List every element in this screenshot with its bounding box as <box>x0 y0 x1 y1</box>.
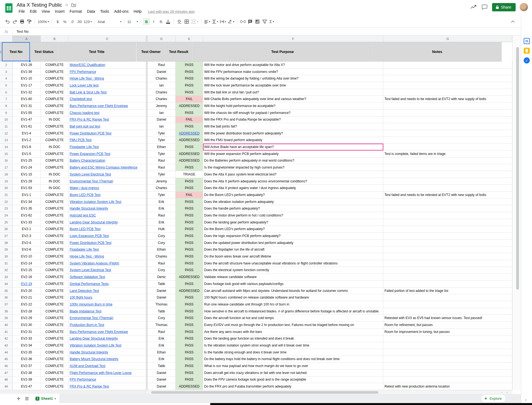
select-all-corner[interactable] <box>0 35 12 42</box>
font-size-select[interactable]: 11▾ <box>126 18 139 25</box>
test-title-link[interactable]: FPV Performance <box>70 70 96 74</box>
cell-test-purpose[interactable]: Will the FRX Pro and Futaba Range be acc… <box>203 116 383 123</box>
cell-test-purpose[interactable]: What is our max payload and how much mar… <box>203 363 383 370</box>
cell-test-owner[interactable]: Hulk <box>148 226 176 233</box>
column-header-a[interactable]: A <box>12 35 41 42</box>
cell-test-result[interactable]: PASS <box>176 328 203 335</box>
cell-test-result[interactable]: FAIL <box>176 96 203 103</box>
cell-test-title[interactable]: Environmental Test (Thermal) <box>69 315 146 322</box>
test-title-link[interactable]: Vibration Isolation System Life Test <box>70 343 121 347</box>
cell-test-status[interactable]: COMPLETE <box>41 205 69 212</box>
redo-icon[interactable] <box>11 18 18 25</box>
cell-test-title[interactable]: FRX Pro & RC Range Test <box>69 116 146 123</box>
decrease-decimal-button[interactable]: .0 <box>69 18 76 25</box>
cell-test-no[interactable]: EV2-33 <box>12 335 41 342</box>
row-number[interactable]: 26 <box>0 226 12 233</box>
cell-test-title[interactable]: FPV Performance <box>69 376 146 383</box>
cell-test-owner[interactable]: Tabb <box>148 308 176 315</box>
comment-history-icon[interactable] <box>481 4 488 11</box>
cell-test-purpose[interactable]: Will the chassis be stiff enough for pay… <box>203 109 383 116</box>
cell-test-owner[interactable]: Charles <box>148 253 176 260</box>
test-title-link[interactable]: Logic Expansion PCB Test <box>70 234 109 238</box>
cell-test-status[interactable]: COMPLETE <box>41 376 69 383</box>
column-header-g[interactable]: G <box>383 35 512 42</box>
cell-test-owner[interactable]: Raul <box>148 212 176 219</box>
cell-test-owner[interactable]: Erik <box>148 356 176 363</box>
menu-tools[interactable]: Tools <box>98 9 112 14</box>
cell-test-result[interactable]: PASS <box>176 267 203 274</box>
row-number[interactable]: 18 <box>0 171 12 178</box>
row-number[interactable]: 37 <box>0 301 12 308</box>
cell-notes[interactable] <box>383 75 512 82</box>
cell-test-no[interactable]: EV1-6 <box>12 144 41 151</box>
cell-test-no[interactable]: EV1-53 <box>12 185 41 192</box>
cell-test-owner[interactable]: Cory <box>148 267 176 274</box>
cell-notes[interactable] <box>383 253 512 260</box>
column-header-f[interactable]: F <box>203 35 383 42</box>
row-number[interactable]: 10 <box>0 116 12 123</box>
header-cell-test-result[interactable]: Test Result <box>165 42 192 62</box>
row-number[interactable]: 32 <box>0 267 12 274</box>
insert-chart-icon[interactable] <box>254 18 261 25</box>
cell-test-owner[interactable]: Daniel <box>148 116 176 123</box>
cell-test-title[interactable]: Power Expansion PCB Test <box>69 151 146 157</box>
test-title-link[interactable]: FRX Pro & RC Range Test <box>70 118 109 121</box>
document-title[interactable]: Alta X Testing Public <box>17 2 62 8</box>
cell-notes[interactable] <box>383 137 512 144</box>
cell-test-title[interactable]: FMU PCB Test <box>69 137 146 144</box>
cell-test-no[interactable]: EV1-1 <box>12 192 41 198</box>
row-number[interactable]: 39 <box>0 315 12 322</box>
cell-notes[interactable] <box>383 164 512 171</box>
cell-test-status[interactable]: COMPLETE <box>41 89 69 96</box>
cell-test-status[interactable]: IN DOC <box>41 178 69 185</box>
cell-test-purpose[interactable]: Will the power distribution board perfor… <box>203 130 383 137</box>
cell-notes[interactable] <box>383 130 512 137</box>
cell-notes[interactable] <box>383 335 512 342</box>
cell-notes[interactable] <box>383 198 512 205</box>
cell-test-result[interactable]: ADDRESSED <box>176 130 203 137</box>
cell-test-result[interactable]: PASS <box>176 164 203 171</box>
cell-test-result[interactable]: PASS <box>176 75 203 82</box>
cell-test-result[interactable]: FAIL <box>176 192 203 198</box>
cell-test-title[interactable]: System Vibration Analysis (Flight) <box>69 260 146 267</box>
test-title-link[interactable]: Flight Performance with Ring Lever Loose <box>70 371 131 375</box>
cell-test-status[interactable]: COMPLETE <box>41 301 69 308</box>
strikethrough-button[interactable]: S <box>157 18 164 25</box>
cell-test-purpose[interactable]: Will the ball link or strut fail / pull … <box>203 89 383 96</box>
cell-notes[interactable] <box>383 233 512 240</box>
cell-notes[interactable] <box>383 157 512 164</box>
cell-test-title[interactable]: Hinge Life Test - Wiring <box>69 75 146 82</box>
cell-test-no[interactable]: EV1-4 <box>12 130 41 137</box>
cell-test-status[interactable]: COMPLETE <box>41 281 69 287</box>
cell-test-owner[interactable]: Thomas <box>148 322 176 328</box>
cell-test-title[interactable]: Software Validation Test <box>69 274 146 281</box>
cell-test-status[interactable]: COMPLETE <box>41 192 69 198</box>
cell-test-no[interactable]: EV1-35 <box>12 205 41 212</box>
row-number[interactable]: 23 <box>0 205 12 212</box>
cell-test-no[interactable]: EV1-29 <box>12 178 41 185</box>
cell-test-no[interactable]: EV1-62 <box>12 212 41 219</box>
cell-test-no[interactable]: EV1-26 <box>12 62 41 68</box>
cell-test-owner[interactable]: Jeremy <box>148 178 176 185</box>
header-cell-test-title[interactable]: Test Title <box>58 42 136 62</box>
cell-test-owner[interactable]: Charles <box>148 75 176 82</box>
cell-test-purpose[interactable]: Do the Boom LED's perform adequately? <box>203 226 383 233</box>
cell-test-status[interactable]: COMPLETE <box>41 82 69 89</box>
cell-test-title[interactable]: Production Burn-in Test <box>69 322 146 328</box>
row-number[interactable]: 8 <box>0 103 12 109</box>
cell-test-status[interactable]: COMPLETE <box>41 322 69 328</box>
cell-test-owner[interactable]: Tabb <box>148 281 176 287</box>
cell-test-no[interactable]: EV2-38 <box>12 370 41 376</box>
cell-test-purpose[interactable]: Will Active Blade have an acceptable lif… <box>203 144 383 151</box>
test-title-link[interactable]: Hinge Life Test - Wiring <box>70 77 104 80</box>
cell-test-purpose[interactable]: Does the aircraft function at hot and co… <box>203 315 383 322</box>
cell-test-purpose[interactable]: Will the power expansion PCB perform ade… <box>203 151 383 157</box>
cell-test-result[interactable]: PASS <box>176 185 203 192</box>
cell-test-result[interactable]: FAIL <box>176 116 203 123</box>
insert-comment-icon[interactable] <box>247 18 254 25</box>
cell-test-no[interactable]: EV1-32 <box>12 89 41 96</box>
cell-test-title[interactable]: Ball joint pull out test <box>69 123 146 130</box>
cell-test-title[interactable]: Boom LED PCB Test <box>69 226 146 233</box>
cell-test-result[interactable]: PASS <box>176 253 203 260</box>
cell-test-owner[interactable]: Raul <box>148 260 176 267</box>
